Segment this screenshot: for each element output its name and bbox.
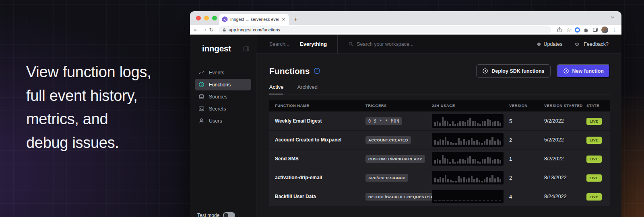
table-row[interactable]: activation-drip-emailAPP/USER.SIGNUP28/1… [269,168,610,187]
usage-bar [484,159,486,164]
search-scope-everything[interactable]: Everything [300,41,327,47]
sidebar-item-sources[interactable]: Sources [195,91,251,102]
sidebar-item-secrets[interactable]: Secrets [195,103,251,115]
usage-bar [439,123,441,126]
usage-bar [434,140,436,145]
usage-bar [440,139,441,145]
usage-bar [476,178,478,182]
table-row[interactable]: Backfill User DataRETOOL/BACKFILL.REQUES… [269,187,610,206]
deploy-sdk-functions-button[interactable]: Deploy SDK functions [476,64,550,78]
usage-bar [464,122,466,126]
tab-search-chevron-icon[interactable] [610,15,615,20]
functions-table: FUNCTION NAMETRIGGERS24H USAGEVERSIONVER… [269,100,610,206]
main-content: Functions Deploy SDK functions New funct… [256,54,621,217]
sidebar-item-label: Secrets [209,106,226,112]
browser-tab[interactable]: Inngest → serverless event-dri ✕ [219,14,289,25]
tab-close-icon[interactable]: ✕ [281,17,286,22]
usage-bar [471,176,473,182]
usage-bar [452,159,454,164]
usage-bar [452,181,454,182]
window-controls [196,16,217,20]
table-row[interactable]: Send SMSCUSTOMER/PICKUP.READY18/2/2022LI… [269,149,610,168]
usage-bar [437,141,438,145]
state-live-badge: LIVE [586,118,602,125]
usage-bar [462,159,463,164]
usage-bar [444,121,446,126]
test-mode-toggle[interactable] [223,212,235,217]
profile-avatar[interactable] [601,27,608,33]
usage-bar [475,121,476,126]
extensions-puzzle-icon[interactable] [583,27,589,33]
usage-bar [458,176,459,182]
usage-bar [484,141,485,145]
function-name: Send SMS [275,156,365,162]
usage-bar [463,177,464,182]
tab-archived[interactable]: Archived [297,84,318,94]
table-row[interactable]: Account Created to MixpanelACCOUNT.CREAT… [269,130,610,149]
usage-bar [454,124,456,126]
search-shortcut-label[interactable]: Search... [269,41,289,47]
usage-bar [445,175,446,182]
table-header-row: FUNCTION NAMETRIGGERS24H USAGEVERSIONVER… [269,100,610,111]
address-bar[interactable]: app.inngest.com/functions [219,26,551,33]
usage-bar [463,139,464,145]
feedback-button[interactable]: Feedback? [574,41,609,47]
usage-bar [457,123,458,126]
sidebar-item-users[interactable]: Users [195,115,251,127]
back-button[interactable]: ← [194,27,199,33]
function-name: activation-drip-email [275,175,365,180]
sidebar-item-label: Events [209,70,224,76]
usage-bar [500,141,501,145]
updates-button[interactable]: Updates [537,41,563,47]
lock-icon [222,28,227,32]
usage-bar [484,121,486,126]
trigger-badge: APP/USER.SIGNUP [365,174,408,182]
new-function-button[interactable]: New function [557,64,610,78]
workspace-search-input[interactable]: Search your workspace... [357,41,413,47]
trigger-badge: 0 9 * * MON [365,117,402,125]
bookmark-star-icon[interactable]: ☆ [566,27,572,33]
usage-bar [491,175,493,182]
state-live-badge: LIVE [586,137,602,144]
tab-active[interactable]: Active [269,84,283,94]
empty-usage-dashed-line [434,200,501,201]
usage-bar [437,179,438,182]
sidebar-item-functions[interactable]: Functions [195,79,251,90]
usage-bar [460,141,462,145]
megaphone-icon [574,41,580,47]
function-name: Backfill User Data [275,194,365,199]
close-window-button[interactable] [196,16,201,20]
version-started-date: 5/2/2022 [544,137,586,143]
sidebar-item-events[interactable]: Events [195,67,251,78]
inngest-favicon-icon [222,16,228,23]
usage-bar [452,143,454,145]
new-tab-button[interactable]: + [294,15,298,23]
usage-bar [434,160,436,164]
maximize-window-button[interactable] [212,16,217,20]
usage-bar [464,160,466,164]
info-icon[interactable] [314,68,320,74]
usage-bar [477,161,479,164]
trigger-badge: ACCOUNT.CREATED [365,136,411,144]
header-divider [337,35,338,53]
usage-bar [449,124,451,126]
usage-bar [442,140,444,145]
share-icon[interactable] [556,27,563,33]
usage-bar [497,159,498,164]
forward-button[interactable]: → [202,27,206,33]
minimize-window-button[interactable] [204,16,209,20]
usage-sparkline-chart [432,190,504,203]
collapse-sidebar-icon[interactable] [244,46,249,51]
table-row[interactable]: Weekly Email Digest0 9 * * MON59/2/2022L… [269,111,610,130]
reload-button[interactable]: ↻ [209,27,214,33]
usage-bar [468,140,470,145]
usage-bar [494,141,496,145]
password-manager-extension-icon[interactable] [575,27,580,33]
usage-bar [497,177,498,182]
inngest-logo: inngest [202,44,231,53]
side-panel-icon[interactable] [592,27,599,33]
version-started-date: 8/24/2022 [544,194,586,199]
usage-bar [489,140,491,145]
menu-kebab-icon[interactable]: ⋮ [611,27,617,33]
version-started-date: 8/13/2022 [544,175,586,180]
